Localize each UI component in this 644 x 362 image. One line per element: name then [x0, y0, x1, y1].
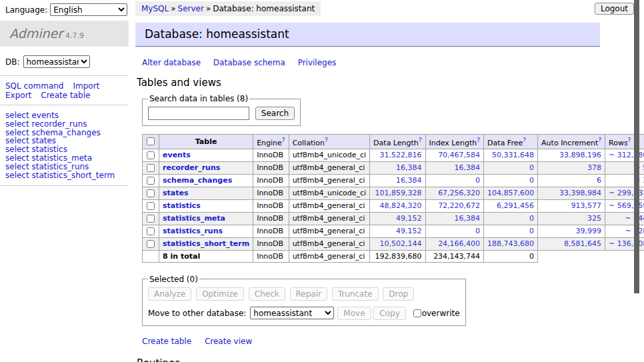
auto-increment-link[interactable]: 39,999: [576, 227, 602, 235]
column-header-table: Table: [159, 135, 253, 149]
create-table-link[interactable]: Create table: [142, 337, 191, 346]
data-free-link[interactable]: 0: [529, 163, 534, 172]
search-fieldset: Search data in tables (8) Search: [142, 94, 301, 126]
help-icon[interactable]: ?: [419, 137, 422, 143]
app-version: 4.7.9: [65, 31, 84, 40]
row-checkbox[interactable]: [147, 202, 155, 210]
table-name-link[interactable]: events: [163, 151, 191, 159]
db-label: DB:: [5, 57, 20, 67]
table-row: events InnoDB utf8mb4_unicode_ci 31,522,…: [143, 149, 644, 161]
engine-cell: InnoDB: [253, 174, 289, 187]
help-icon[interactable]: ?: [523, 137, 526, 143]
row-checkbox[interactable]: [147, 215, 155, 223]
auto-increment-link[interactable]: 33,898,196: [559, 151, 601, 159]
data-free-link[interactable]: 188,743,680: [487, 239, 534, 248]
select-all-checkbox[interactable]: [147, 137, 155, 145]
search-button[interactable]: Search: [255, 107, 295, 120]
table-name-link[interactable]: statistics_runs: [163, 227, 223, 235]
table-row: statistics_short_term InnoDB utf8mb4_gen…: [143, 237, 644, 250]
data-length-link[interactable]: 31,522,816: [380, 151, 422, 159]
drop-button: Drop: [383, 287, 414, 301]
index-length-link[interactable]: 24,166,400: [438, 239, 480, 248]
auto-increment-link[interactable]: 33,398,984: [559, 189, 601, 197]
create-links-row: Create table Create view: [142, 337, 600, 346]
breadcrumb-link-mysql[interactable]: MySQL: [141, 4, 169, 13]
table-name-link[interactable]: states: [163, 189, 189, 197]
data-length-link[interactable]: 101,859,328: [375, 189, 422, 197]
index-length-link[interactable]: 16,384: [455, 163, 481, 172]
main-content: MySQL»Server»Database: homeassistant Dat…: [135, 0, 600, 362]
index-length-link[interactable]: 16,384: [455, 214, 481, 223]
index-length-link[interactable]: 70,467,584: [438, 151, 480, 159]
table-total-row: 8 in total InnoDB utf8mb4_general_ci 192…: [143, 250, 644, 262]
move-row: Move to other database:homeassistantMove…: [148, 307, 460, 320]
row-checkbox[interactable]: [147, 227, 155, 235]
sidebar-link-import[interactable]: Import: [73, 81, 99, 91]
selected-legend: Selected (0): [148, 275, 199, 284]
sidebar-item-select-statistics-short-term[interactable]: select statistics_short_term: [5, 171, 129, 180]
data-length-link[interactable]: 10,502,144: [380, 239, 422, 248]
db-select[interactable]: homeassistant: [23, 55, 90, 68]
table-name-link[interactable]: statistics_meta: [163, 214, 225, 223]
data-length-link[interactable]: 49,152: [396, 214, 422, 223]
privileges-link[interactable]: Privileges: [298, 58, 337, 67]
auto-increment-link[interactable]: 378: [587, 163, 601, 172]
breadcrumb: MySQL»Server»Database: homeassistant: [135, 1, 321, 16]
move-db-select[interactable]: homeassistant: [250, 307, 334, 319]
column-header-index-length: Index Length?: [425, 135, 484, 149]
table-row: statistics InnoDB utf8mb4_general_ci 48,…: [143, 199, 644, 212]
data-length-link[interactable]: 16,384: [396, 176, 422, 185]
help-icon[interactable]: ?: [477, 137, 480, 143]
auto-increment-link[interactable]: 6: [597, 176, 601, 185]
row-checkbox[interactable]: [147, 240, 155, 248]
sidebar-item-select-statistics-meta[interactable]: select statistics_meta: [5, 154, 129, 163]
index-length-link[interactable]: 67,256,320: [438, 189, 480, 197]
data-free-link[interactable]: 104,857,600: [487, 189, 534, 197]
table-name-link[interactable]: statistics: [163, 201, 201, 210]
create-view-link[interactable]: Create view: [205, 337, 252, 346]
row-checkbox[interactable]: [147, 151, 155, 159]
sidebar-link-sql-command[interactable]: SQL command: [5, 81, 63, 91]
table-name-link[interactable]: schema_changes: [163, 176, 232, 185]
logout-button[interactable]: Logout: [595, 3, 634, 15]
row-checkbox[interactable]: [147, 177, 155, 185]
scrollbar-thumb[interactable]: [634, 0, 639, 293]
overwrite-checkbox[interactable]: [413, 309, 421, 317]
data-free-link[interactable]: 50,331,648: [492, 151, 534, 159]
sidebar-divider: [0, 105, 129, 105]
app-name: Adminer: [9, 26, 63, 41]
data-length-link[interactable]: 49,152: [396, 227, 422, 235]
data-length-link[interactable]: 16,384: [396, 163, 422, 172]
search-input[interactable]: [148, 107, 249, 120]
breadcrumb-link-server[interactable]: Server: [178, 4, 204, 13]
sidebar-link-create-table[interactable]: Create table: [41, 91, 90, 100]
sidebar-item-select-statistics-runs[interactable]: select statistics_runs: [5, 163, 129, 171]
collation-cell: utf8mb4_general_ci: [289, 174, 369, 187]
copy-button: Copy: [373, 307, 405, 320]
data-length-link[interactable]: 48,824,320: [380, 201, 422, 210]
row-checkbox[interactable]: [147, 189, 155, 197]
table-name-link[interactable]: statistics_short_term: [163, 239, 249, 248]
table-name-link[interactable]: recorder_runs: [163, 163, 220, 172]
help-icon[interactable]: ?: [282, 137, 285, 143]
sidebar-link-export[interactable]: Export: [5, 91, 31, 100]
help-icon[interactable]: ?: [325, 137, 328, 143]
breadcrumb-current: Database: homeassistant: [213, 4, 315, 13]
row-checkbox[interactable]: [147, 164, 155, 172]
auto-increment-link[interactable]: 8,581,645: [564, 239, 601, 248]
index-length-link[interactable]: 72,220,672: [438, 201, 480, 210]
index-length-link[interactable]: 0: [475, 227, 480, 235]
help-icon[interactable]: ?: [628, 137, 631, 143]
sidebar-item-select-events[interactable]: select events: [5, 111, 129, 120]
data-free-link[interactable]: 0: [529, 227, 534, 235]
alter-database-link[interactable]: Alter database: [142, 58, 201, 67]
auto-increment-link[interactable]: 913,577: [571, 201, 602, 210]
data-free-link[interactable]: 0: [529, 214, 534, 223]
data-free-link[interactable]: 6,291,456: [497, 201, 534, 210]
index-length-link[interactable]: 0: [475, 176, 480, 185]
sidebar-item-select-recorder-runs[interactable]: select recorder_runs: [5, 120, 129, 129]
data-free-link[interactable]: 0: [529, 176, 534, 185]
auto-increment-link[interactable]: 325: [587, 214, 601, 223]
help-icon[interactable]: ?: [598, 137, 601, 143]
database-schema-link[interactable]: Database schema: [213, 58, 285, 67]
